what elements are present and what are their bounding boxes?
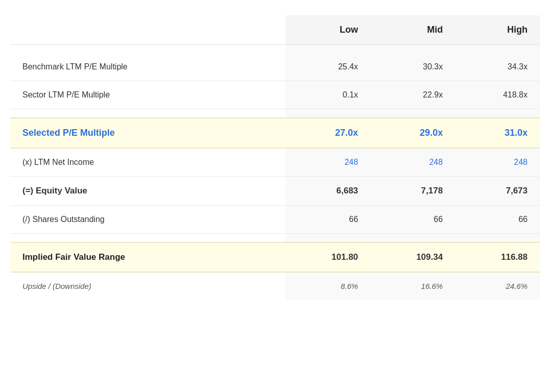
- selected-pe-high: 31.0x: [455, 118, 540, 148]
- implied-low: 101.80: [286, 242, 370, 272]
- shares-low: 66: [286, 206, 370, 234]
- spacer-row-2: [10, 109, 540, 118]
- header-label-col: [10, 15, 286, 45]
- implied-high: 116.88: [455, 242, 540, 272]
- valuation-table: Low Mid High Benchmark LTM P/E Multiple …: [10, 15, 540, 300]
- shares-mid: 66: [370, 206, 455, 234]
- selected-pe-mid: 29.0x: [370, 118, 455, 148]
- upside-high: 24.6%: [455, 272, 540, 300]
- ltm-label: (x) LTM Net Income: [10, 148, 286, 177]
- spacer-row-3: [10, 234, 540, 243]
- benchmark-mid: 30.3x: [370, 53, 455, 81]
- benchmark-row: Benchmark LTM P/E Multiple 25.4x 30.3x 3…: [10, 53, 540, 81]
- sector-label: Sector LTM P/E Multiple: [10, 81, 286, 109]
- upside-low: 8.6%: [286, 272, 370, 300]
- equity-row: (=) Equity Value 6,683 7,178 7,673: [10, 177, 540, 206]
- header-high: High: [455, 15, 540, 45]
- shares-high: 66: [455, 206, 540, 234]
- upside-mid: 16.6%: [370, 272, 455, 300]
- equity-label: (=) Equity Value: [10, 177, 286, 206]
- implied-mid: 109.34: [370, 242, 455, 272]
- sector-mid: 22.9x: [370, 81, 455, 109]
- benchmark-label: Benchmark LTM P/E Multiple: [10, 53, 286, 81]
- selected-pe-low: 27.0x: [286, 118, 370, 148]
- sector-high: 418.8x: [455, 81, 540, 109]
- shares-label: (/) Shares Outstanding: [10, 206, 286, 234]
- equity-high: 7,673: [455, 177, 540, 206]
- equity-low: 6,683: [286, 177, 370, 206]
- header-row: Low Mid High: [10, 15, 540, 45]
- upside-row: Upside / (Downside) 8.6% 16.6% 24.6%: [10, 272, 540, 300]
- header-low: Low: [286, 15, 370, 45]
- benchmark-low: 25.4x: [286, 53, 370, 81]
- selected-pe-label: Selected P/E Multiple: [10, 118, 286, 148]
- ltm-row: (x) LTM Net Income 248 248 248: [10, 148, 540, 177]
- header-mid: Mid: [370, 15, 455, 45]
- ltm-high: 248: [455, 148, 540, 177]
- implied-label: Implied Fair Value Range: [10, 242, 286, 272]
- sector-low: 0.1x: [286, 81, 370, 109]
- equity-mid: 7,178: [370, 177, 455, 206]
- valuation-table-container: Low Mid High Benchmark LTM P/E Multiple …: [10, 15, 540, 300]
- ltm-low: 248: [286, 148, 370, 177]
- selected-pe-row: Selected P/E Multiple 27.0x 29.0x 31.0x: [10, 118, 540, 148]
- shares-row: (/) Shares Outstanding 66 66 66: [10, 206, 540, 234]
- spacer-row-1: [10, 45, 540, 54]
- benchmark-high: 34.3x: [455, 53, 540, 81]
- ltm-mid: 248: [370, 148, 455, 177]
- sector-row: Sector LTM P/E Multiple 0.1x 22.9x 418.8…: [10, 81, 540, 109]
- implied-row: Implied Fair Value Range 101.80 109.34 1…: [10, 242, 540, 272]
- upside-label: Upside / (Downside): [10, 272, 286, 300]
